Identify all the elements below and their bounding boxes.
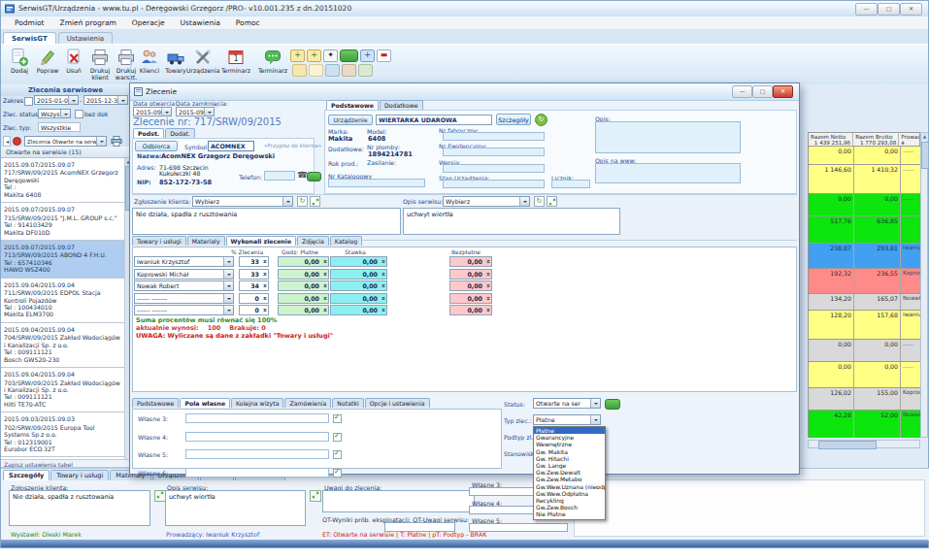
free-hours-spinner[interactable]: 0,00 bbox=[449, 280, 492, 291]
serial-input[interactable] bbox=[443, 132, 545, 141]
service-desc-select[interactable]: Wybierz bbox=[443, 196, 530, 207]
status-select[interactable]: Otwarte na ser bbox=[533, 398, 601, 409]
bez-dok-checkbox[interactable] bbox=[75, 110, 83, 118]
device-tab[interactable]: Dodatkowe bbox=[380, 100, 423, 110]
dialog-bottom-tab[interactable]: Kolejna wizyta bbox=[231, 398, 283, 408]
rate-spinner[interactable]: 0,00 bbox=[330, 280, 387, 291]
device-button[interactable]: Urządzenie bbox=[328, 115, 373, 125]
order-type-option[interactable]: Gw. Makita bbox=[534, 448, 605, 455]
order-type-select[interactable]: Płatne bbox=[533, 414, 601, 425]
minimize-button[interactable]: — bbox=[855, 3, 878, 16]
worker-select[interactable]: Koprowski Michał bbox=[134, 269, 234, 280]
device-name-input[interactable]: WIERTARKA UDAROWA bbox=[376, 115, 492, 125]
expand-icon[interactable] bbox=[310, 196, 320, 207]
date-to-picker[interactable]: 2015-12-31 bbox=[83, 95, 128, 105]
mini-icon[interactable] bbox=[325, 64, 340, 77]
worker-select[interactable]: Nowak Robert bbox=[134, 280, 234, 291]
percent-spinner[interactable]: 33 bbox=[239, 269, 269, 280]
registry-input[interactable] bbox=[443, 148, 545, 156]
rate-spinner[interactable]: 0,00 bbox=[330, 305, 387, 315]
expand-icon[interactable] bbox=[310, 490, 321, 502]
client-tab[interactable]: Podst. bbox=[133, 128, 164, 138]
totals-row[interactable]: 42,28 52,00 Nowak bbox=[809, 411, 921, 438]
remove-icon[interactable]: ▬ bbox=[377, 49, 391, 62]
device-details-button[interactable]: Szczegóły bbox=[496, 114, 531, 125]
print-list-icon[interactable] bbox=[111, 136, 122, 147]
totals-header[interactable]: Razem Netto 1 439 251,96 Razem Brutto 1 … bbox=[808, 132, 920, 147]
www-description-textarea[interactable] bbox=[595, 163, 741, 183]
work-tab[interactable]: Towary i usługi bbox=[132, 236, 186, 246]
dialog-maximize-button[interactable]: ▢ bbox=[752, 85, 773, 98]
ribbon-tab[interactable]: SerwisGT bbox=[3, 32, 56, 44]
menu-item[interactable]: Operacje bbox=[124, 18, 173, 27]
order-type-option[interactable]: Gw.Wew.Odpłatna bbox=[534, 490, 605, 497]
sms-calendar-button[interactable]: Terminarz bbox=[256, 47, 289, 83]
order-type-option[interactable]: Gwarancyjne bbox=[534, 434, 605, 441]
order-type-option[interactable]: Gw.Zew.Bosch bbox=[534, 504, 605, 511]
custom-field-checkbox[interactable] bbox=[333, 414, 342, 423]
scroll-up-icon[interactable]: ▲ bbox=[921, 133, 928, 141]
totals-row[interactable]: 517,76 636,85 bbox=[809, 216, 921, 244]
percent-spinner[interactable]: 33 bbox=[239, 256, 269, 267]
paid-hours-spinner[interactable]: 0,00 bbox=[278, 256, 329, 267]
service-desc-textarea[interactable]: uchwyt wiertła bbox=[165, 490, 306, 526]
dialog-bottom-tab[interactable]: Zamówienia bbox=[284, 398, 331, 408]
dialog-titlebar[interactable]: Zlecenie — ▢ ✕ bbox=[130, 83, 799, 101]
custom-field-checkbox[interactable] bbox=[333, 450, 342, 459]
brutto-column-header[interactable]: Razem Brutto 1 770 293,08 bbox=[853, 133, 899, 146]
totals-row[interactable]: 238,87 293,81 Iwaniuk bbox=[809, 244, 921, 269]
dialog-bottom-tab[interactable]: Podstawowe bbox=[132, 398, 179, 408]
description-textarea[interactable] bbox=[595, 121, 741, 153]
free-hours-spinner[interactable]: 0,00 bbox=[449, 293, 492, 304]
totals-row[interactable]: 1 146,60 1 410,32 ...... bbox=[809, 165, 921, 194]
dialog-close-button[interactable]: ✕ bbox=[773, 85, 793, 98]
percent-spinner[interactable]: 0 bbox=[239, 293, 269, 304]
custom-field-input[interactable] bbox=[185, 449, 329, 459]
stop-icon[interactable] bbox=[13, 137, 21, 146]
view-filter-select[interactable]: Zlecenia Otwarte na serwisie bbox=[24, 136, 107, 147]
order-type-option[interactable]: Nie Płatne bbox=[534, 511, 605, 517]
worker-select[interactable]: ------ ------- bbox=[134, 293, 234, 304]
work-tab[interactable]: Wykonali zlecenie bbox=[226, 236, 297, 246]
assign-client-link[interactable]: «Przypisz do klienta» bbox=[264, 143, 321, 148]
scroll-thumb[interactable] bbox=[921, 142, 929, 169]
folder-add-2-icon[interactable]: + bbox=[307, 49, 321, 62]
order-type-option[interactable]: Płatne bbox=[534, 427, 605, 434]
save-table-settings-link[interactable]: Zapisz ustawienia tabel bbox=[1, 459, 130, 468]
calendar-button[interactable]: 1 Terminarz bbox=[219, 47, 252, 83]
menu-item[interactable]: Zmień program bbox=[52, 18, 124, 27]
totals-hscrollbar[interactable] bbox=[808, 440, 920, 448]
free-hours-spinner[interactable]: 0,00 bbox=[449, 305, 492, 315]
custom-field-checkbox[interactable] bbox=[333, 469, 342, 478]
free-hours-spinner[interactable]: 0,00 bbox=[449, 256, 492, 267]
order-list-item[interactable]: 2015.09.07/2015.09.07 717/SRW/09/2015 Ac… bbox=[1, 158, 124, 203]
move-icon[interactable]: ✦ bbox=[323, 49, 338, 62]
dialog-bottom-tab[interactable]: Opcje i ustawienia bbox=[365, 398, 430, 408]
order-list-item[interactable]: 2015.09.07/2015.09.07 713/SRW/09/2015 AB… bbox=[1, 241, 124, 279]
order-type-option[interactable]: Gw.Wew.Uznana (nieodpłat bbox=[534, 483, 605, 490]
menu-item[interactable]: Ustawienia bbox=[173, 18, 228, 27]
prowadzacy-column-header[interactable]: Prowad ▲ bbox=[899, 133, 919, 146]
client-report-select[interactable]: Wybierz bbox=[192, 196, 293, 207]
order-type-option[interactable]: Recykling bbox=[534, 497, 605, 504]
totals-row[interactable]: 0,00 0,00 ...... bbox=[809, 362, 921, 388]
order-type-option[interactable]: Gw. Lange bbox=[534, 462, 605, 469]
devices-button[interactable]: Urządzenia bbox=[186, 47, 219, 83]
app-titlebar[interactable]: SerwisGT/Urządzenia - www.tu.pl - Deręgo… bbox=[1, 1, 928, 17]
totals-vscrollbar[interactable]: ▲ bbox=[920, 132, 928, 438]
free-hours-spinner[interactable]: 0,00 bbox=[449, 269, 492, 280]
order-list-item[interactable]: 2015.09.07/2015.09.07 715/SRW/09/2015 "J… bbox=[1, 203, 124, 241]
custom5-input[interactable] bbox=[469, 523, 568, 532]
close-button[interactable]: ✕ bbox=[900, 3, 922, 16]
order-list-item[interactable]: 2015.09.03/2015.09.03 702/SRW/09/2015 Eu… bbox=[1, 412, 124, 457]
condition-input[interactable] bbox=[443, 180, 545, 188]
rate-spinner[interactable]: 0,00 bbox=[330, 293, 387, 304]
mini-icon[interactable] bbox=[342, 64, 356, 77]
phone-input[interactable] bbox=[264, 171, 295, 181]
dialog-minimize-button[interactable]: — bbox=[732, 85, 752, 98]
totals-row[interactable]: 0,00 0,00 ...... bbox=[809, 340, 921, 362]
order-list-item[interactable]: 2015.09.04/2015.09.04 711/SRW/09/2015 ED… bbox=[1, 279, 124, 323]
client-tab[interactable]: Dodat. bbox=[165, 128, 195, 138]
order-list-item[interactable]: 2015.09.04/2015.09.04 704/SRW/09/2015 Za… bbox=[1, 323, 124, 368]
report-textarea[interactable]: Nie działa, spadła z rusztowania bbox=[9, 490, 150, 526]
